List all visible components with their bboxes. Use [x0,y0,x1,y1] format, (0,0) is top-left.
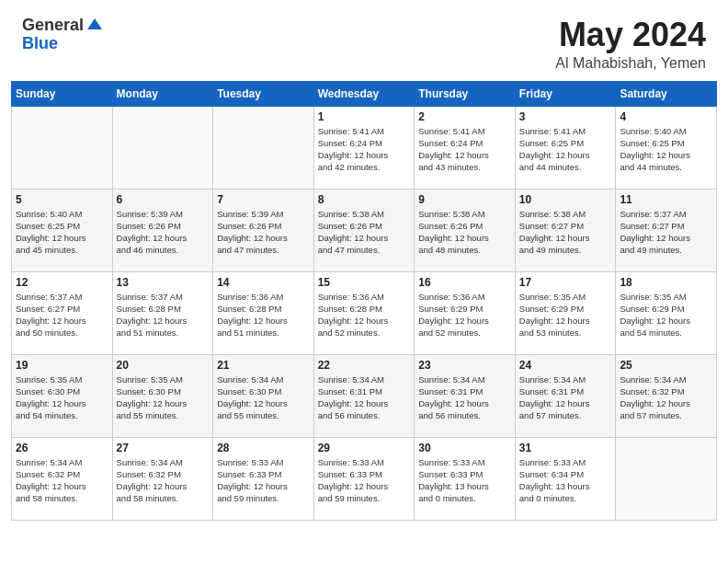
day-cell-14: 14Sunrise: 5:36 AM Sunset: 6:28 PM Dayli… [213,271,314,354]
day-number: 22 [318,359,411,372]
day-number: 1 [318,110,411,123]
calendar-wrapper: SundayMondayTuesdayWednesdayThursdayFrid… [0,81,728,532]
day-info: Sunrise: 5:40 AM Sunset: 6:25 PM Dayligh… [620,125,712,174]
day-info: Sunrise: 5:35 AM Sunset: 6:30 PM Dayligh… [117,373,210,422]
day-number: 13 [117,276,210,289]
month-title: May 2024 [555,17,706,53]
logo: General Blue [22,17,104,53]
day-number: 27 [117,442,210,454]
day-number: 19 [16,359,108,372]
day-info: Sunrise: 5:35 AM Sunset: 6:29 PM Dayligh… [620,291,712,339]
calendar-body: 1Sunrise: 5:41 AM Sunset: 6:24 PM Daylig… [12,106,717,520]
day-info: Sunrise: 5:33 AM Sunset: 6:34 PM Dayligh… [519,456,612,505]
day-cell-19: 19Sunrise: 5:35 AM Sunset: 6:30 PM Dayli… [12,354,113,437]
day-cell-29: 29Sunrise: 5:33 AM Sunset: 6:33 PM Dayli… [313,437,415,520]
day-number: 17 [519,276,612,289]
day-cell-17: 17Sunrise: 5:35 AM Sunset: 6:29 PM Dayli… [515,271,616,354]
empty-cell [112,106,213,189]
day-info: Sunrise: 5:39 AM Sunset: 6:26 PM Dayligh… [217,208,310,257]
day-info: Sunrise: 5:34 AM Sunset: 6:31 PM Dayligh… [418,373,511,422]
header-day-monday: Monday [112,81,213,106]
empty-cell [12,106,113,189]
day-info: Sunrise: 5:33 AM Sunset: 6:33 PM Dayligh… [418,456,511,505]
day-cell-2: 2Sunrise: 5:41 AM Sunset: 6:24 PM Daylig… [415,106,516,189]
day-info: Sunrise: 5:34 AM Sunset: 6:32 PM Dayligh… [117,456,210,505]
day-cell-6: 6Sunrise: 5:39 AM Sunset: 6:26 PM Daylig… [112,189,213,271]
day-cell-11: 11Sunrise: 5:37 AM Sunset: 6:27 PM Dayli… [616,189,717,271]
day-cell-28: 28Sunrise: 5:33 AM Sunset: 6:33 PM Dayli… [213,437,314,520]
day-cell-25: 25Sunrise: 5:34 AM Sunset: 6:32 PM Dayli… [616,354,717,437]
day-cell-22: 22Sunrise: 5:34 AM Sunset: 6:31 PM Dayli… [313,354,415,437]
week-row-1: 1Sunrise: 5:41 AM Sunset: 6:24 PM Daylig… [12,106,717,189]
week-row-4: 19Sunrise: 5:35 AM Sunset: 6:30 PM Dayli… [12,354,717,437]
day-info: Sunrise: 5:41 AM Sunset: 6:24 PM Dayligh… [318,125,411,174]
day-number: 23 [418,359,511,372]
day-number: 21 [217,359,310,372]
day-cell-5: 5Sunrise: 5:40 AM Sunset: 6:25 PM Daylig… [12,189,113,271]
calendar-table: SundayMondayTuesdayWednesdayThursdayFrid… [11,81,717,521]
day-info: Sunrise: 5:41 AM Sunset: 6:25 PM Dayligh… [519,125,612,174]
day-cell-18: 18Sunrise: 5:35 AM Sunset: 6:29 PM Dayli… [616,271,717,354]
day-info: Sunrise: 5:33 AM Sunset: 6:33 PM Dayligh… [217,456,310,505]
day-number: 15 [318,276,411,289]
day-info: Sunrise: 5:37 AM Sunset: 6:28 PM Dayligh… [117,291,210,339]
day-info: Sunrise: 5:38 AM Sunset: 6:26 PM Dayligh… [318,208,411,257]
day-cell-7: 7Sunrise: 5:39 AM Sunset: 6:26 PM Daylig… [213,189,314,271]
header-day-tuesday: Tuesday [213,81,314,106]
header-day-wednesday: Wednesday [313,81,415,106]
day-number: 12 [16,276,108,289]
day-cell-4: 4Sunrise: 5:40 AM Sunset: 6:25 PM Daylig… [616,106,717,189]
day-number: 31 [519,442,612,454]
header-day-saturday: Saturday [616,81,717,106]
day-info: Sunrise: 5:34 AM Sunset: 6:31 PM Dayligh… [318,373,411,422]
header-day-thursday: Thursday [415,81,516,106]
header-day-friday: Friday [515,81,616,106]
day-info: Sunrise: 5:34 AM Sunset: 6:32 PM Dayligh… [620,373,712,422]
day-cell-26: 26Sunrise: 5:34 AM Sunset: 6:32 PM Dayli… [12,437,113,520]
week-row-3: 12Sunrise: 5:37 AM Sunset: 6:27 PM Dayli… [12,271,717,354]
day-info: Sunrise: 5:40 AM Sunset: 6:25 PM Dayligh… [16,208,108,257]
day-number: 16 [418,276,511,289]
empty-cell [213,106,314,189]
day-number: 4 [620,110,712,123]
day-cell-24: 24Sunrise: 5:34 AM Sunset: 6:31 PM Dayli… [515,354,616,437]
day-cell-23: 23Sunrise: 5:34 AM Sunset: 6:31 PM Dayli… [415,354,516,437]
day-number: 9 [418,193,511,206]
header-day-sunday: Sunday [12,81,113,106]
day-cell-27: 27Sunrise: 5:34 AM Sunset: 6:32 PM Dayli… [112,437,213,520]
logo-blue-text: Blue [22,34,58,52]
day-number: 2 [418,110,511,123]
day-info: Sunrise: 5:34 AM Sunset: 6:30 PM Dayligh… [217,373,310,422]
day-info: Sunrise: 5:34 AM Sunset: 6:31 PM Dayligh… [519,373,612,422]
day-number: 3 [519,110,612,123]
location-title: Al Mahabishah, Yemen [555,55,706,72]
svg-marker-0 [87,18,102,29]
day-number: 20 [117,359,210,372]
day-info: Sunrise: 5:36 AM Sunset: 6:29 PM Dayligh… [418,291,511,339]
day-cell-20: 20Sunrise: 5:35 AM Sunset: 6:30 PM Dayli… [112,354,213,437]
day-cell-16: 16Sunrise: 5:36 AM Sunset: 6:29 PM Dayli… [415,271,516,354]
day-info: Sunrise: 5:38 AM Sunset: 6:26 PM Dayligh… [418,208,511,257]
day-info: Sunrise: 5:37 AM Sunset: 6:27 PM Dayligh… [620,208,712,257]
page-container: General Blue May 2024 Al Mahabishah, Yem… [0,0,728,532]
day-info: Sunrise: 5:37 AM Sunset: 6:27 PM Dayligh… [16,291,108,339]
day-number: 26 [16,442,108,454]
day-info: Sunrise: 5:36 AM Sunset: 6:28 PM Dayligh… [217,291,310,339]
day-number: 18 [620,276,712,289]
empty-cell [616,437,717,520]
day-cell-8: 8Sunrise: 5:38 AM Sunset: 6:26 PM Daylig… [313,189,415,271]
day-cell-9: 9Sunrise: 5:38 AM Sunset: 6:26 PM Daylig… [415,189,516,271]
logo-icon [85,17,104,35]
day-cell-10: 10Sunrise: 5:38 AM Sunset: 6:27 PM Dayli… [515,189,616,271]
day-info: Sunrise: 5:36 AM Sunset: 6:28 PM Dayligh… [318,291,411,339]
week-row-2: 5Sunrise: 5:40 AM Sunset: 6:25 PM Daylig… [12,189,717,271]
day-number: 25 [620,359,712,372]
day-cell-1: 1Sunrise: 5:41 AM Sunset: 6:24 PM Daylig… [313,106,415,189]
day-number: 29 [318,442,411,454]
day-number: 28 [217,442,310,454]
day-info: Sunrise: 5:33 AM Sunset: 6:33 PM Dayligh… [318,456,411,505]
day-number: 8 [318,193,411,206]
day-number: 24 [519,359,612,372]
logo-general-text: General [22,17,84,35]
day-cell-15: 15Sunrise: 5:36 AM Sunset: 6:28 PM Dayli… [313,271,415,354]
